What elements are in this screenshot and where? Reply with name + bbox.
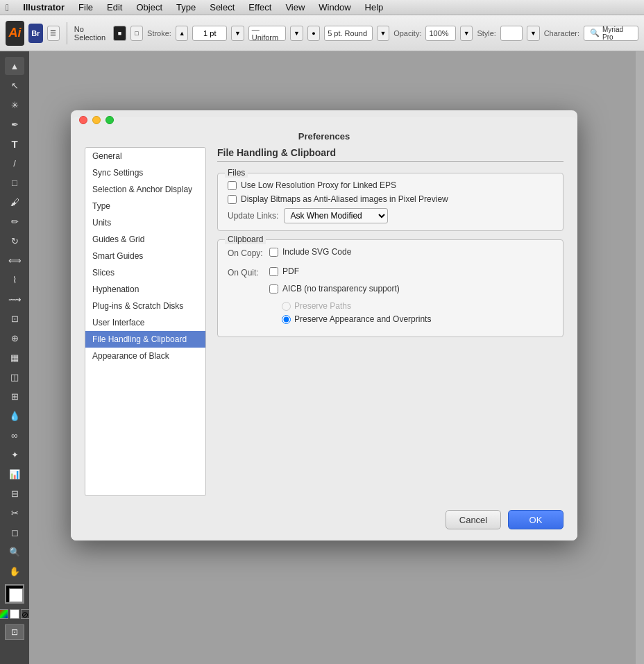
style-value[interactable] bbox=[500, 26, 523, 41]
anti-alias-checkbox[interactable] bbox=[228, 195, 237, 204]
menu-edit[interactable]: Edit bbox=[104, 2, 125, 12]
nav-general[interactable]: General bbox=[85, 148, 205, 164]
clipboard-group-label: Clipboard bbox=[225, 235, 266, 244]
br-logo: Br bbox=[28, 24, 43, 43]
nav-file-handling[interactable]: File Handling & Clipboard bbox=[85, 331, 205, 348]
white-mode[interactable] bbox=[10, 609, 19, 619]
stroke-value[interactable] bbox=[192, 26, 227, 41]
color-mode[interactable] bbox=[0, 609, 8, 619]
tool-zoom[interactable]: 🔍 bbox=[5, 543, 24, 561]
menu-illustrator[interactable]: Illustrator bbox=[20, 2, 67, 12]
stroke-color[interactable]: □ bbox=[130, 26, 143, 41]
preserve-appearance-radio[interactable] bbox=[282, 315, 291, 324]
stroke-up[interactable]: ▲ bbox=[176, 26, 188, 41]
on-copy-label: On Copy: bbox=[228, 247, 269, 258]
nav-hyphenation[interactable]: Hyphenation bbox=[85, 281, 205, 298]
maximize-button[interactable] bbox=[105, 116, 114, 124]
tool-gradient[interactable]: ◫ bbox=[5, 368, 24, 386]
tool-direct-select[interactable]: ↖ bbox=[5, 76, 24, 94]
tool-slice[interactable]: ✂ bbox=[5, 504, 24, 522]
nav-guides-grid[interactable]: Guides & Grid bbox=[85, 231, 205, 248]
nav-smart-guides[interactable]: Smart Guides bbox=[85, 248, 205, 264]
tool-blend[interactable]: ∞ bbox=[5, 426, 24, 444]
tool-eraser[interactable]: ◻ bbox=[5, 523, 24, 541]
section-title: File Handling & Clipboard bbox=[217, 147, 564, 162]
include-svg-checkbox[interactable] bbox=[269, 248, 278, 257]
traffic-lights bbox=[79, 116, 114, 124]
stroke-dropdown[interactable]: ▼ bbox=[290, 26, 303, 41]
dialog-body: General Sync Settings Selection & Anchor… bbox=[71, 147, 577, 503]
opacity-dropdown[interactable]: ▼ bbox=[460, 26, 473, 41]
toolbar: Ai Br ☰ No Selection ■ □ Stroke: ▲ ▼ — U… bbox=[0, 15, 644, 51]
tool-eyedropper[interactable]: 💧 bbox=[5, 407, 24, 425]
tool-select[interactable]: ▲ bbox=[5, 57, 24, 75]
preserve-paths-radio[interactable] bbox=[282, 302, 291, 311]
tool-paintbrush[interactable]: 🖌 bbox=[5, 193, 24, 211]
menu-select[interactable]: Select bbox=[207, 2, 237, 12]
tool-hand[interactable]: ✋ bbox=[5, 562, 24, 580]
tool-width[interactable]: ⟿ bbox=[5, 290, 24, 308]
style-dropdown[interactable]: ▼ bbox=[527, 26, 539, 41]
stroke-line[interactable]: — Uniform bbox=[248, 26, 287, 41]
files-group-label: Files bbox=[225, 168, 248, 178]
nav-units[interactable]: Units bbox=[85, 214, 205, 231]
fill-color[interactable]: ■ bbox=[113, 26, 126, 41]
nav-selection[interactable]: Selection & Anchor Display bbox=[85, 181, 205, 198]
nav-appearance-black[interactable]: Appearance of Black bbox=[85, 348, 205, 364]
menu-help[interactable]: Help bbox=[362, 2, 387, 12]
aicb-checkbox[interactable] bbox=[269, 284, 278, 293]
nav-plugins[interactable]: Plug-ins & Scratch Disks bbox=[85, 298, 205, 314]
preserve-appearance-label: Preserve Appearance and Overprints bbox=[294, 314, 431, 324]
update-links-select[interactable]: Ask When Modified Automatically Manually bbox=[284, 208, 388, 223]
nav-user-interface[interactable]: User Interface bbox=[85, 314, 205, 331]
stroke-cap-select[interactable]: 5 pt. Round bbox=[324, 26, 373, 41]
tool-line[interactable]: / bbox=[5, 154, 24, 172]
low-res-checkbox[interactable] bbox=[228, 181, 237, 190]
nav-slices[interactable]: Slices bbox=[85, 264, 205, 281]
character-search[interactable]: 🔍 Myriad Pro bbox=[584, 26, 638, 41]
ok-button[interactable]: OK bbox=[508, 510, 564, 529]
tool-artboard[interactable]: ⊟ bbox=[5, 484, 24, 502]
close-button[interactable] bbox=[79, 116, 87, 124]
stroke-down[interactable]: ▼ bbox=[231, 26, 244, 41]
menu-file[interactable]: File bbox=[76, 2, 96, 12]
tool-type[interactable]: T bbox=[5, 135, 24, 153]
menu-object[interactable]: Object bbox=[133, 2, 165, 12]
tool-free-transform[interactable]: ⊡ bbox=[5, 309, 24, 327]
apple-menu[interactable]:  bbox=[6, 2, 9, 13]
stroke-cap-dropdown[interactable]: ▼ bbox=[377, 26, 389, 41]
stroke-cap[interactable]: ● bbox=[307, 26, 320, 41]
tool-rect[interactable]: □ bbox=[5, 173, 24, 191]
character-value: Myriad Pro bbox=[602, 26, 632, 41]
menu-effect[interactable]: Effect bbox=[246, 2, 274, 12]
tool-graph[interactable]: ▦ bbox=[5, 348, 24, 366]
sidebar-nav: General Sync Settings Selection & Anchor… bbox=[85, 147, 206, 496]
dialog-footer: Cancel OK bbox=[71, 503, 577, 540]
anti-alias-label: Display Bitmaps as Anti-Aliased images i… bbox=[241, 194, 448, 204]
tool-column-graph[interactable]: 📊 bbox=[5, 465, 24, 483]
tool-warp[interactable]: ⌇ bbox=[5, 271, 24, 289]
menu-view[interactable]: View bbox=[282, 2, 307, 12]
character-label: Character: bbox=[544, 29, 579, 37]
files-group: Files Use Low Resolution Proxy for Linke… bbox=[217, 173, 564, 231]
opacity-value[interactable]: 100% bbox=[425, 26, 456, 41]
nav-sync-settings[interactable]: Sync Settings bbox=[85, 164, 205, 181]
tool-shape-builder[interactable]: ⊕ bbox=[5, 329, 24, 347]
no-selection-label: No Selection bbox=[74, 25, 106, 42]
screen-mode[interactable]: ⊡ bbox=[5, 624, 24, 640]
tool-pencil[interactable]: ✏ bbox=[5, 212, 24, 230]
tool-symbol[interactable]: ✦ bbox=[5, 445, 24, 463]
pdf-checkbox[interactable] bbox=[269, 267, 278, 276]
tool-mirror[interactable]: ⟺ bbox=[5, 251, 24, 269]
tool-mesh[interactable]: ⊞ bbox=[5, 387, 24, 405]
workspace-switcher[interactable]: ☰ bbox=[47, 26, 60, 41]
nav-type[interactable]: Type bbox=[85, 198, 205, 214]
cancel-button[interactable]: Cancel bbox=[446, 510, 501, 529]
tool-magic-wand[interactable]: ✳ bbox=[5, 96, 24, 114]
tool-rotate[interactable]: ↻ bbox=[5, 232, 24, 250]
fill-stroke-colors[interactable] bbox=[5, 584, 24, 604]
tool-pen[interactable]: ✒ bbox=[5, 115, 24, 133]
menu-type[interactable]: Type bbox=[173, 2, 198, 12]
minimize-button[interactable] bbox=[92, 116, 101, 124]
menu-window[interactable]: Window bbox=[316, 2, 353, 12]
